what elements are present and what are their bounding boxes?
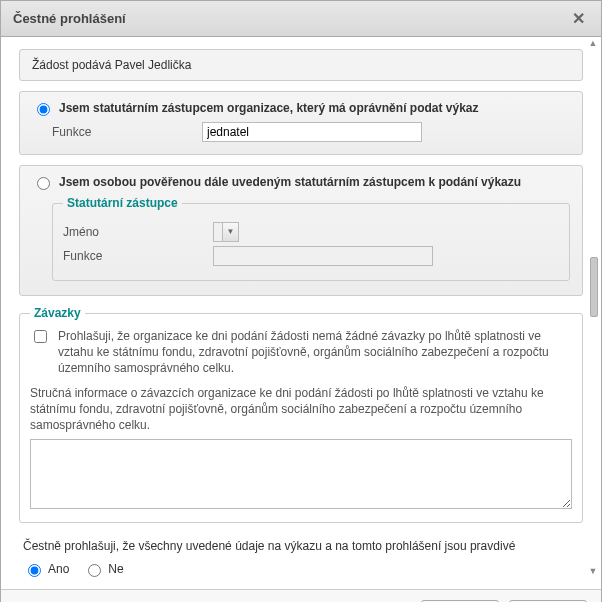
chevron-down-icon[interactable]: ▼ [222, 223, 238, 241]
authorized-panel: Jsem osobou pověřenou dále uvedeným stat… [19, 165, 583, 296]
dialog-title: Čestné prohlášení [13, 11, 126, 26]
funkce-label-1: Funkce [52, 125, 202, 139]
funkce-input-2[interactable] [213, 246, 433, 266]
radio-no-label: Ne [108, 562, 123, 576]
dialog-footer: Podat Zavřít [1, 589, 601, 602]
jmeno-label: Jméno [63, 225, 213, 239]
zavazky-checkbox-text: Prohlašuji, že organizace ke dni podání … [58, 328, 572, 377]
zavazky-fieldset: Závazky Prohlašuji, že organizace ke dni… [19, 306, 583, 523]
scroll-thumb[interactable] [590, 257, 598, 317]
jmeno-combo-input[interactable] [214, 223, 222, 241]
radio-yes[interactable] [28, 564, 41, 577]
titlebar: Čestné prohlášení ✕ [1, 1, 601, 37]
declaration-text: Čestně prohlašuji, že všechny uvedené úd… [23, 539, 579, 553]
radio-yes-wrap[interactable]: Ano [23, 561, 69, 577]
dialog-body: Žádost podává Pavel Jedlička Jsem statut… [1, 37, 601, 577]
zavazky-info-text: Stručná informace o závazcích organizace… [30, 385, 572, 434]
jmeno-combo[interactable]: ▼ [213, 222, 239, 242]
submitter-panel: Žádost podává Pavel Jedlička [19, 49, 583, 81]
radio-yes-label: Ano [48, 562, 69, 576]
scrollbar[interactable]: ▲ ▼ [588, 37, 598, 577]
funkce-label-2: Funkce [63, 249, 213, 263]
truth-radio-group: Ano Ne [23, 561, 579, 577]
radio-statutory[interactable] [37, 103, 50, 116]
radio-no-wrap[interactable]: Ne [83, 561, 123, 577]
statutory-panel: Jsem statutárním zástupcem organizace, k… [19, 91, 583, 155]
radio-authorized-label: Jsem osobou pověřenou dále uvedeným stat… [59, 175, 521, 189]
zavazky-legend: Závazky [30, 306, 85, 320]
funkce-input-1[interactable] [202, 122, 422, 142]
close-icon[interactable]: ✕ [568, 9, 589, 28]
statutory-rep-legend: Statutární zástupce [63, 196, 182, 210]
statutory-rep-fieldset: Statutární zástupce Jméno ▼ Funkce [52, 196, 570, 281]
zavazky-checkbox[interactable] [34, 330, 47, 343]
radio-authorized[interactable] [37, 177, 50, 190]
submitter-text: Žádost podává Pavel Jedlička [32, 58, 191, 72]
dialog: Čestné prohlášení ✕ Žádost podává Pavel … [0, 0, 602, 602]
radio-no[interactable] [88, 564, 101, 577]
radio-statutory-label: Jsem statutárním zástupcem organizace, k… [59, 101, 478, 115]
scroll-down-icon[interactable]: ▼ [588, 565, 598, 577]
scroll-up-icon[interactable]: ▲ [588, 37, 598, 49]
zavazky-textarea[interactable] [30, 439, 572, 509]
